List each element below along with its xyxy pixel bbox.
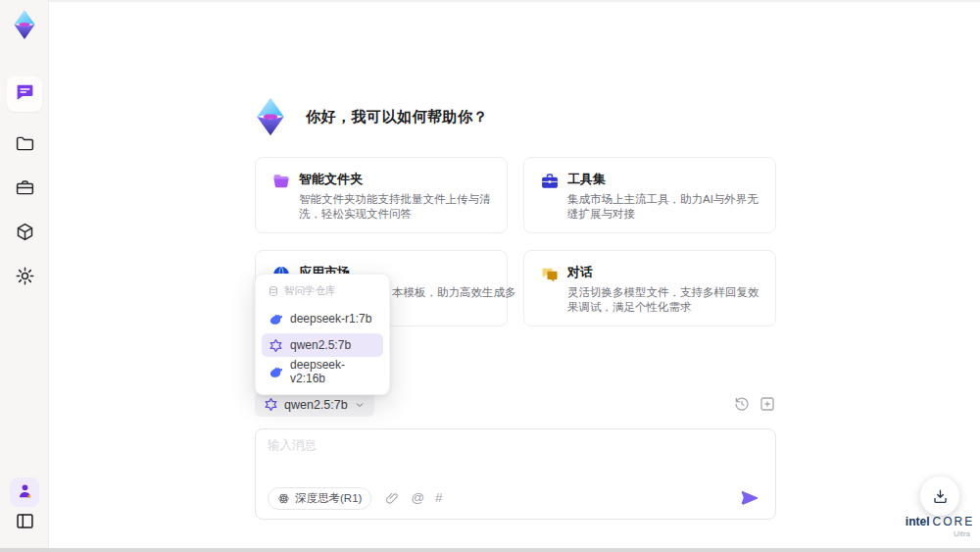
download-button[interactable]: [920, 477, 959, 516]
model-selector-button[interactable]: qwen2.5:7b: [255, 392, 374, 417]
card-description: 集成市场上主流工具，助力AI与外界无缝扩展与对接: [567, 192, 760, 222]
hash-icon[interactable]: #: [435, 486, 443, 510]
send-icon: [740, 488, 760, 508]
new-chat-icon[interactable]: [759, 395, 776, 413]
composer-toolbar: 深度思考(R1) @ #: [268, 486, 760, 510]
message-input[interactable]: [268, 437, 762, 477]
smart-folder-icon: [271, 172, 291, 191]
card-smart-folder[interactable]: 智能文件夹 智能文件夹功能支持批量文件上传与清洗，轻松实现文件问答: [255, 157, 508, 233]
chevron-down-icon: [354, 399, 366, 411]
model-option-qwen[interactable]: qwen2.5:7b: [262, 333, 383, 357]
send-button[interactable]: [740, 488, 760, 508]
sidebar-item-settings[interactable]: [7, 260, 42, 295]
history-icon[interactable]: [733, 395, 751, 413]
app-logo-large: [249, 95, 292, 138]
user-icon: [16, 481, 34, 504]
paperclip-icon[interactable]: [384, 490, 400, 506]
layout-icon: [15, 511, 35, 535]
sidebar-item-folders[interactable]: [7, 127, 42, 163]
greeting-header: 你好，我可以如何帮助你？: [249, 94, 488, 139]
deepseek-whale-icon: [269, 312, 283, 326]
model-option-deepseek-v2[interactable]: deepseek-v2:16b: [262, 360, 383, 383]
window-top-edge: [0, 0, 980, 2]
window-bottom-edge: [0, 548, 980, 552]
sidebar: [0, 0, 49, 552]
qwen-star-icon: [269, 338, 283, 353]
model-dropdown-header: 智问学仓库: [256, 280, 389, 304]
download-icon: [931, 487, 950, 506]
toolset-briefcase-icon: [540, 172, 560, 191]
card-description: 智能文件夹功能支持批量文件上传与清洗，轻松实现文件问答: [299, 192, 491, 222]
qwen-star-icon: [264, 397, 278, 412]
briefcase-icon: [15, 177, 35, 202]
dialog-chat-icon: [540, 265, 560, 284]
deep-think-label: 深度思考(R1): [295, 491, 362, 506]
deepseek-whale-icon: [269, 365, 283, 379]
folder-icon: [15, 133, 35, 158]
sidebar-item-account[interactable]: [10, 477, 39, 507]
intel-core-badge: intelcore Ultra: [904, 515, 976, 538]
mention-icon[interactable]: @: [411, 486, 424, 510]
card-title: 对话: [567, 264, 760, 281]
deep-think-toggle[interactable]: 深度思考(R1): [268, 487, 371, 510]
intel-logo-text: intel: [906, 515, 930, 528]
selected-model-label: qwen2.5:7b: [284, 398, 348, 412]
card-description: 灵活切换多模型文件，支持多样回复效果调试，满足个性化需求: [567, 285, 760, 315]
app-logo: [8, 8, 41, 41]
gear-icon: [15, 266, 35, 290]
message-composer: 深度思考(R1) @ #: [255, 428, 776, 520]
intel-tier-text: Ultra: [904, 529, 976, 538]
sidebar-item-chat[interactable]: [7, 76, 42, 112]
sidebar-item-toolbox[interactable]: [7, 172, 42, 207]
sidebar-item-panel-toggle[interactable]: [10, 508, 39, 537]
chat-toolbar: [733, 395, 776, 413]
cube-icon: [15, 222, 35, 246]
card-title: 智能文件夹: [299, 171, 491, 188]
atom-icon: [277, 492, 290, 505]
repository-icon: [268, 285, 279, 297]
greeting-title: 你好，我可以如何帮助你？: [306, 108, 488, 126]
sidebar-item-models[interactable]: [7, 216, 42, 251]
card-toolset[interactable]: 工具集 集成市场上主流工具，助力AI与外界无缝扩展与对接: [523, 157, 776, 233]
model-dropdown: 智问学仓库 deepseek-r1:7b qwen2.5:7b deepseek…: [255, 274, 390, 395]
app-window: 你好，我可以如何帮助你？ 智能文件夹 智能文件夹功能支持批量文件上传与清洗，轻松…: [0, 0, 980, 552]
chat-bubble-icon: [15, 82, 35, 107]
card-dialog[interactable]: 对话 灵活切换多模型文件，支持多样回复效果调试，满足个性化需求: [523, 250, 776, 326]
card-title: 工具集: [567, 171, 760, 188]
model-option-deepseek-r1[interactable]: deepseek-r1:7b: [262, 307, 383, 330]
